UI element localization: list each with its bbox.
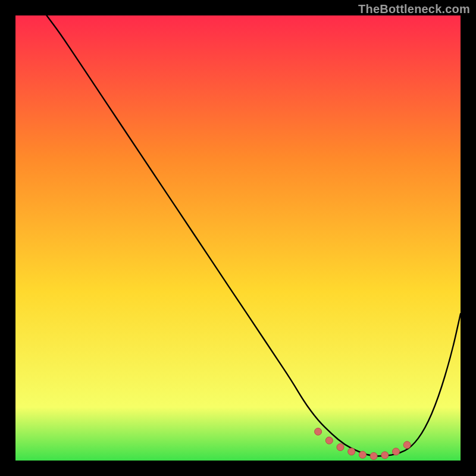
highlight-dot [315,428,322,435]
bottleneck-chart [15,15,461,461]
highlight-dot [325,437,333,444]
highlight-dot [359,451,366,458]
chart-frame [15,15,461,461]
highlight-dot [381,452,389,459]
highlight-dot [370,453,377,460]
highlight-dot [393,448,400,455]
highlight-dot [337,444,344,451]
highlight-dot [348,448,355,455]
watermark-text: TheBottleneck.com [358,2,470,16]
gradient-background [15,15,461,461]
highlight-dot [403,441,411,449]
